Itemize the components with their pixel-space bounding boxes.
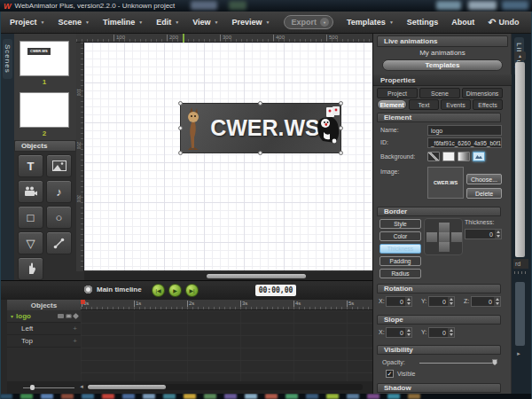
playhead-marker[interactable] xyxy=(81,300,85,304)
name-field[interactable]: logo xyxy=(427,125,502,136)
timeline-row-left[interactable]: Left + xyxy=(7,323,81,335)
menu-edit[interactable]: Edit ▼ xyxy=(156,18,179,27)
rotation-z-spinner[interactable]: 0 xyxy=(471,296,501,307)
canvas[interactable]: CWER.WS xyxy=(84,43,372,270)
selection-handle[interactable] xyxy=(178,126,183,130)
skip-end-button[interactable]: ▶| xyxy=(185,284,199,297)
timeline-tracks[interactable] xyxy=(81,310,372,381)
menu-timeline[interactable]: Timeline ▼ xyxy=(103,18,143,27)
visible-checkbox[interactable]: ✓ xyxy=(386,370,394,378)
selected-logo-element[interactable]: CWER.WS xyxy=(180,103,341,153)
selection-handle[interactable] xyxy=(339,126,343,130)
skip-start-button[interactable]: |◀ xyxy=(152,284,165,297)
tab-element[interactable]: Element xyxy=(377,99,407,110)
film-icon[interactable] xyxy=(58,314,64,318)
border-left-side[interactable] xyxy=(426,232,437,242)
slope-y-spinner[interactable]: 0 xyxy=(428,327,455,338)
add-keyframe-icon[interactable]: + xyxy=(73,337,77,345)
tab-text[interactable]: Text xyxy=(409,99,439,110)
line-tool[interactable] xyxy=(46,231,72,254)
zoom-slider-handle[interactable] xyxy=(30,385,35,390)
scroll-left-icon[interactable]: ◄ xyxy=(79,384,84,389)
image-tool[interactable] xyxy=(46,154,72,177)
selection-handle[interactable] xyxy=(258,151,262,155)
menu-settings[interactable]: Settings xyxy=(407,18,439,27)
undo-button[interactable]: ↶ Undo xyxy=(488,17,519,28)
tab-effects[interactable]: Effects xyxy=(473,99,503,110)
triangle-tool[interactable]: ▽ xyxy=(18,231,43,254)
slope-x-spinner[interactable]: 0 xyxy=(386,327,412,338)
video-tool[interactable] xyxy=(18,180,43,203)
selection-handle[interactable] xyxy=(339,101,343,106)
background-solid-button[interactable] xyxy=(442,152,455,161)
tab-events[interactable]: Events xyxy=(441,99,471,110)
timeline-row-logo[interactable]: ▾ logo xyxy=(7,310,81,323)
timeline-ruler[interactable]: 0s 1s 2s 3s 4s 5s xyxy=(81,300,372,310)
choose-image-button[interactable]: Choose... xyxy=(466,174,502,184)
expand-icon[interactable]: ▾ xyxy=(11,313,13,319)
tab-dimensions[interactable]: Dimensions xyxy=(462,88,503,98)
add-keyframe-icon[interactable]: + xyxy=(73,325,77,332)
scroll-right-icon[interactable]: ► xyxy=(516,351,521,356)
spinner-arrows-icon[interactable] xyxy=(405,328,411,337)
border-sides-selector[interactable] xyxy=(424,218,463,255)
hand-tool[interactable] xyxy=(18,257,43,280)
templates-button[interactable]: Templates xyxy=(382,59,503,71)
scrollbar-thumb[interactable] xyxy=(88,385,166,389)
opacity-slider-handle[interactable] xyxy=(492,359,497,365)
border-color-button[interactable]: Color xyxy=(379,231,421,241)
spinner-arrows-icon[interactable] xyxy=(494,297,500,306)
scenes-panel-tab[interactable]: Scenes xyxy=(3,39,12,79)
rotation-y-spinner[interactable]: 0 xyxy=(428,296,455,307)
background-none-button[interactable] xyxy=(427,152,440,161)
menu-templates[interactable]: Templates ▼ xyxy=(347,18,394,27)
border-bottom-side[interactable] xyxy=(439,242,450,252)
menu-about[interactable]: About xyxy=(451,18,474,27)
border-top-side[interactable] xyxy=(439,223,450,232)
spinner-arrows-icon[interactable] xyxy=(405,297,411,306)
scene-1-thumbnail[interactable]: CWER.WS xyxy=(20,41,69,76)
rotation-x-spinner[interactable]: 0 xyxy=(386,296,412,307)
scroll-up-icon[interactable]: ▲ xyxy=(514,51,526,60)
border-padding-button[interactable]: Padding xyxy=(379,256,421,266)
thickness-spinner[interactable]: 0 xyxy=(465,229,502,239)
spinner-arrows-icon[interactable] xyxy=(448,328,454,337)
delete-image-button[interactable]: Delete xyxy=(466,188,502,199)
spinner-arrows-icon[interactable] xyxy=(448,297,454,306)
live-animations-header[interactable]: Live animations xyxy=(377,35,508,47)
selection-handle[interactable] xyxy=(178,151,183,155)
titlebar[interactable]: W WebAnimator Plus, version2.2.0 - Unkno… xyxy=(0,0,532,12)
text-tool[interactable]: T xyxy=(18,154,43,177)
timeline-row-top[interactable]: Top + xyxy=(7,335,81,348)
ellipse-tool[interactable]: ○ xyxy=(46,206,72,229)
border-thickness-button[interactable]: Thickness xyxy=(379,244,421,254)
my-animations-item[interactable]: My animations xyxy=(373,49,512,57)
properties-scrollbar-thumb[interactable] xyxy=(515,62,525,257)
audio-tool[interactable]: ♪ xyxy=(46,180,72,203)
menu-preview[interactable]: Preview ▼ xyxy=(232,18,270,27)
storyboard-scrollbar-thumb[interactable] xyxy=(515,282,525,346)
border-radius-button[interactable]: Radius xyxy=(379,269,421,278)
menu-view[interactable]: View ▼ xyxy=(192,18,218,27)
border-all-sides[interactable] xyxy=(439,232,450,242)
opacity-slider[interactable] xyxy=(419,363,496,364)
ruler-guide-marker[interactable] xyxy=(183,34,184,43)
background-image-button[interactable] xyxy=(473,152,485,161)
menu-project[interactable]: Project ▼ xyxy=(10,18,44,27)
border-style-button[interactable]: Style xyxy=(379,219,421,229)
timeline-horizontal-scrollbar[interactable] xyxy=(86,384,363,390)
chevron-down-icon[interactable]: ▼ xyxy=(320,18,329,27)
border-right-side[interactable] xyxy=(451,232,462,242)
scene-2-thumbnail[interactable] xyxy=(20,92,69,128)
eye-icon[interactable] xyxy=(66,314,72,318)
selection-handle[interactable] xyxy=(258,101,262,106)
tab-scene[interactable]: Scene xyxy=(419,88,460,98)
menu-export[interactable]: Export ▼ xyxy=(284,15,334,29)
rectangle-tool[interactable]: □ xyxy=(18,206,43,229)
selection-handle[interactable] xyxy=(178,101,183,106)
tab-project[interactable]: Project xyxy=(377,88,418,98)
canvas-horizontal-scrollbar[interactable] xyxy=(84,272,372,280)
selection-handle[interactable] xyxy=(339,151,343,155)
keyframe-icon[interactable] xyxy=(73,313,79,319)
scrollbar-thumb[interactable] xyxy=(207,274,306,278)
